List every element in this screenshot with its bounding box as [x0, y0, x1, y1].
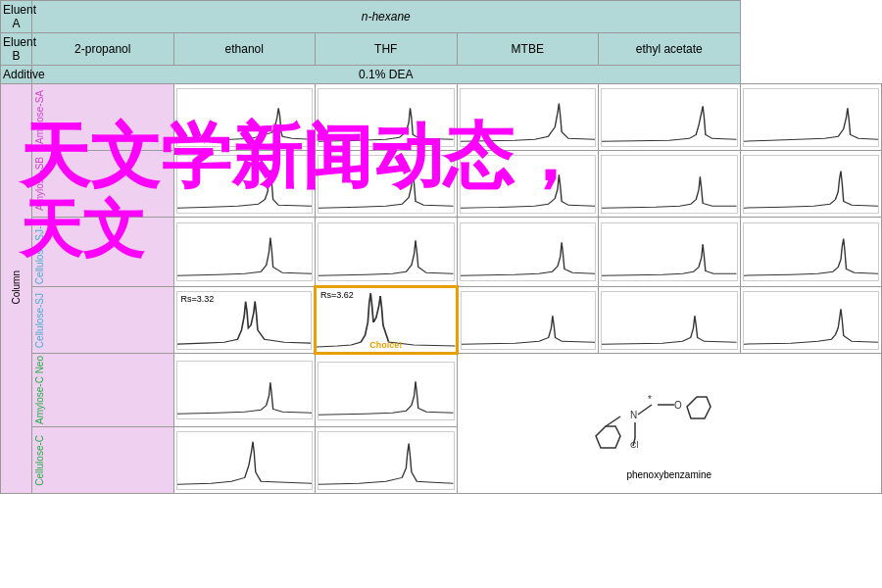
chart-cellulose-sj-thf	[457, 287, 599, 354]
chart-amylose-c-neo-2propanol	[173, 354, 316, 427]
chart-cellulose-c-2propanol	[173, 427, 316, 494]
svg-text:*: *	[648, 394, 652, 405]
amylose-sb-row: Amylose-SB	[1, 151, 882, 218]
chart-cellulose-sj-2propanol: Rs=3.32	[173, 287, 316, 354]
svg-line-3	[638, 405, 652, 415]
column-main-label: Column	[1, 84, 32, 494]
chart-cellulose-sj-b-thf	[457, 218, 599, 287]
choice-label: Choice!	[369, 340, 402, 350]
chart-cellulose-c-ethanol	[316, 427, 458, 494]
chart-cellulose-sj-b-2propanol	[173, 218, 316, 287]
eluent-b-mtbe: MTBE	[457, 33, 599, 66]
eluent-b-label-cell: Eluent B	[1, 33, 32, 66]
cellulose-c-label: Cellulose-C	[32, 427, 174, 494]
svg-marker-0	[596, 426, 620, 448]
amylose-sb-label: Amylose-SB	[32, 151, 174, 218]
eluent-b-row: Eluent B 2-propanol ethanol THF MTBE eth…	[1, 33, 882, 66]
additive-row: Additive 0.1% DEA	[1, 66, 882, 84]
amylose-sa-text: Amylose-SA	[34, 90, 45, 144]
chart-cellulose-sj-b-mtbe	[599, 218, 741, 287]
chart-amylose-sb-thf	[457, 151, 599, 218]
column-label: Column	[11, 270, 22, 304]
amylose-c-neo-row: Amylose-C Neo	[1, 354, 882, 427]
svg-text:O: O	[674, 400, 682, 411]
cellulose-sj-b-text: Cellulose-SJ-B	[34, 220, 45, 284]
chart-cellulose-sj-ethanol-highlight: Rs=3.62 Choice!	[316, 287, 458, 354]
chart-cellulose-sj-mtbe	[599, 287, 741, 354]
eluent-b-ethanol: ethanol	[173, 33, 316, 66]
rs-ethanol: Rs=3.62	[320, 290, 354, 300]
eluent-b-ethylacetate: ethyl acetate	[599, 33, 741, 66]
compound-structure-svg: N * O Cl	[581, 368, 758, 466]
additive-value-cell: 0.1% DEA	[32, 66, 741, 84]
main-table: Eluent A n-hexane Eluent B 2-propanol et…	[0, 0, 882, 494]
cellulose-sj-text: Cellulose-SJ	[34, 293, 45, 348]
chart-cellulose-sj-ethylacetate	[740, 287, 882, 354]
chart-amylose-c-neo-ethanol	[316, 354, 458, 427]
cellulose-sj-b-label: Cellulose-SJ-B	[32, 218, 174, 287]
svg-marker-7	[687, 397, 710, 418]
cellulose-sj-row: Cellulose-SJ Rs=3.32 Rs=3.62 Choice!	[1, 287, 882, 354]
amylose-c-neo-text: Amylose-C Neo	[34, 356, 45, 424]
eluent-b-2propanol: 2-propanol	[32, 33, 174, 66]
svg-line-1	[606, 416, 620, 426]
eluent-b-thf: THF	[316, 33, 458, 66]
eluent-a-row: Eluent A n-hexane	[1, 1, 882, 33]
cellulose-sj-b-row: Cellulose-SJ-B	[1, 218, 882, 287]
chart-amylose-sa-2propanol	[173, 84, 316, 151]
chart-amylose-sb-ethanol	[316, 151, 458, 218]
amylose-c-neo-label: Amylose-C Neo	[32, 354, 174, 427]
chart-amylose-sb-2propanol	[173, 151, 316, 218]
chart-amylose-sb-ethylacetate	[740, 151, 882, 218]
additive-label-cell: Additive	[1, 66, 32, 84]
compound-structure-cell: N * O Cl phenoxybenzamine	[457, 354, 882, 494]
chart-amylose-sa-ethylacetate	[740, 84, 882, 151]
chart-amylose-sa-ethanol	[316, 84, 458, 151]
amylose-sa-label: Amylose-SA	[32, 84, 174, 151]
svg-text:N: N	[630, 410, 637, 420]
compound-name: phenoxybenzamine	[460, 469, 880, 480]
rs-2propanol: Rs=3.32	[181, 294, 215, 304]
chart-amylose-sa-thf	[457, 84, 599, 151]
chart-amylose-sb-mtbe	[599, 151, 741, 218]
chart-cellulose-sj-b-ethylacetate	[740, 218, 882, 287]
amylose-sb-text: Amylose-SB	[34, 157, 45, 211]
eluent-a-label-cell: Eluent A	[1, 1, 32, 33]
cellulose-c-text: Cellulose-C	[34, 435, 45, 486]
amylose-sa-row: Column Amylose-SA	[1, 84, 882, 151]
cellulose-sj-label: Cellulose-SJ	[32, 287, 174, 354]
chart-amylose-sa-mtbe	[599, 84, 741, 151]
chart-cellulose-sj-b-ethanol	[316, 218, 458, 287]
eluent-a-value-cell: n-hexane	[32, 1, 741, 33]
